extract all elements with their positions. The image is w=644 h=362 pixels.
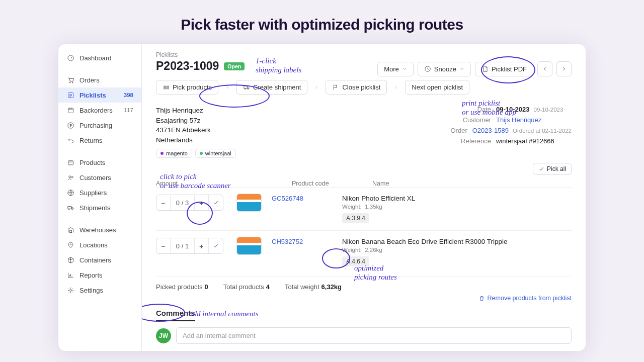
qty-minus-button[interactable]: − [156, 238, 171, 253]
sidebar-item-shipments[interactable]: Shipments [58, 200, 141, 215]
tag-magento[interactable]: magento [156, 149, 192, 158]
location-badge: A.3.9.4 [342, 213, 369, 223]
weight-value: 6,32kg [321, 283, 342, 291]
breadcrumb[interactable]: Picklists [156, 51, 572, 58]
qty-confirm-button[interactable] [209, 195, 223, 210]
check-icon [213, 200, 219, 206]
address-country: Netherlands [156, 135, 236, 145]
sidebar-item-warehouses[interactable]: Warehouses [58, 222, 141, 237]
cart-icon [66, 76, 74, 84]
product-thumb [236, 194, 262, 212]
sidebar-item-customers[interactable]: Customers [58, 170, 141, 185]
chart-icon [66, 271, 74, 279]
sidebar-item-dashboard[interactable]: Dashboard [58, 50, 141, 65]
qty-confirm-button[interactable] [209, 238, 223, 253]
remove-products-link[interactable]: Remove products from picklist [478, 295, 572, 302]
cube-icon [66, 256, 74, 264]
address-line2: 4371EN Abbekerk [156, 125, 236, 135]
svg-point-7 [68, 175, 70, 177]
comments-tab[interactable]: Comments [156, 309, 195, 321]
total-label: Total products [223, 283, 264, 291]
barcode-icon [163, 84, 170, 91]
svg-point-16 [245, 88, 246, 89]
sidebar-item-label: Warehouses [79, 226, 116, 234]
meta-label-reference: Reference [453, 137, 491, 145]
sidebar-item-label: Backorders [79, 107, 113, 114]
svg-rect-4 [68, 108, 73, 113]
next-open-picklist-button[interactable]: Next open picklist [405, 80, 469, 95]
product-code-link[interactable]: CH532752 [272, 238, 342, 245]
meta-reference: wintersjaal #912666 [496, 137, 572, 145]
qty-stepper: − 0 / 1 + [156, 238, 223, 254]
step-pick-products[interactable]: Pick products [156, 80, 218, 94]
page-hero-title: Pick faster with optimized picking route… [0, 0, 644, 44]
sidebar-item-label: Customers [79, 174, 111, 182]
totals-row: Picked products0 Total products4 Total w… [156, 277, 572, 291]
sidebar-item-purchasing[interactable]: Purchasing [58, 118, 141, 133]
sidebar-item-label: Containers [79, 256, 111, 264]
sidebar-item-label: Suppliers [79, 189, 107, 197]
sidebar-item-suppliers[interactable]: Suppliers [58, 185, 141, 200]
qty-value: 0 / 3 [171, 195, 195, 210]
address-name: Thijs Henriquez [156, 106, 236, 116]
close-picklist-button[interactable]: Close picklist [326, 80, 387, 95]
sidebar-item-locations[interactable]: Locations [58, 237, 141, 252]
qty-minus-button[interactable]: − [156, 195, 171, 210]
next-button[interactable] [556, 61, 572, 76]
sidebar-item-containers[interactable]: Containers [58, 252, 141, 267]
meta-date-sub: 09-10-2023 [534, 107, 564, 113]
meta-table: Date09-10-202309-10-2023 CustomerThijs H… [429, 106, 572, 158]
globe-icon [66, 189, 74, 197]
check-icon [538, 166, 544, 172]
product-weight: Weight: 1,35kg [342, 204, 572, 210]
product-code-link[interactable]: GC526748 [272, 195, 342, 202]
sidebar-item-orders[interactable]: Orders [58, 72, 141, 87]
flag-icon [332, 84, 339, 91]
weight-label: Total weight [285, 283, 319, 291]
sidebar-item-label: Products [79, 159, 105, 166]
sidebar-item-returns[interactable]: Returns [58, 133, 141, 148]
truck-icon [243, 84, 250, 91]
chevron-right-icon [561, 66, 567, 72]
order-link[interactable]: O2023-1589 [472, 127, 509, 134]
snooze-button[interactable]: Snooze [418, 62, 471, 76]
workflow-steps: Pick products Create shipment Close pick… [156, 80, 572, 95]
sidebar-item-settings[interactable]: Settings [58, 283, 141, 298]
sidebar-item-label: Purchasing [79, 122, 112, 129]
sidebar-item-picklists[interactable]: Picklists398 [58, 87, 141, 103]
svg-point-17 [248, 88, 249, 89]
col-amount: Amount [156, 180, 257, 187]
meta-date: 09-10-2023 [496, 106, 530, 113]
create-shipment-button[interactable]: Create shipment [236, 80, 307, 95]
qty-plus-button[interactable]: + [195, 195, 209, 210]
tag-wintersjaal[interactable]: wintersjaal [195, 149, 236, 158]
meta-label-order: Order [429, 127, 467, 134]
more-button[interactable]: More [377, 62, 414, 76]
sidebar-item-label: Orders [79, 76, 100, 84]
svg-point-13 [70, 244, 71, 245]
chevron-right-icon [390, 85, 401, 90]
box-icon [66, 158, 74, 166]
svg-point-1 [69, 81, 70, 82]
picklist-pdf-button[interactable]: Picklist PDF [475, 62, 533, 76]
qty-plus-button[interactable]: + [195, 238, 209, 253]
clock-icon [424, 65, 431, 72]
truck-icon [66, 204, 74, 212]
page-title: P2023-1009 [156, 59, 219, 73]
status-badge: Open [224, 62, 245, 70]
sidebar-item-backorders[interactable]: Backorders117 [58, 103, 141, 118]
sidebar-item-count: 398 [124, 92, 133, 98]
sidebar-item-products[interactable]: Products [58, 155, 141, 170]
main-content: Picklists P2023-1009 Open More Snooze Pi… [142, 44, 586, 351]
comment-input[interactable]: Add an internal comment [176, 327, 572, 344]
customer-link[interactable]: Thijs Henriquez [496, 116, 541, 124]
warehouse-icon [66, 226, 74, 234]
app-window: Dashboard Orders Picklists398 Backorders… [58, 44, 586, 351]
col-code: Product code [292, 180, 372, 187]
sidebar-item-reports[interactable]: Reports [58, 267, 141, 283]
prev-button[interactable] [537, 61, 552, 76]
chevron-right-icon [222, 85, 233, 90]
sidebar-item-label: Dashboard [79, 54, 112, 62]
dot-icon [200, 152, 203, 155]
pick-all-button[interactable]: Pick all [533, 163, 572, 175]
